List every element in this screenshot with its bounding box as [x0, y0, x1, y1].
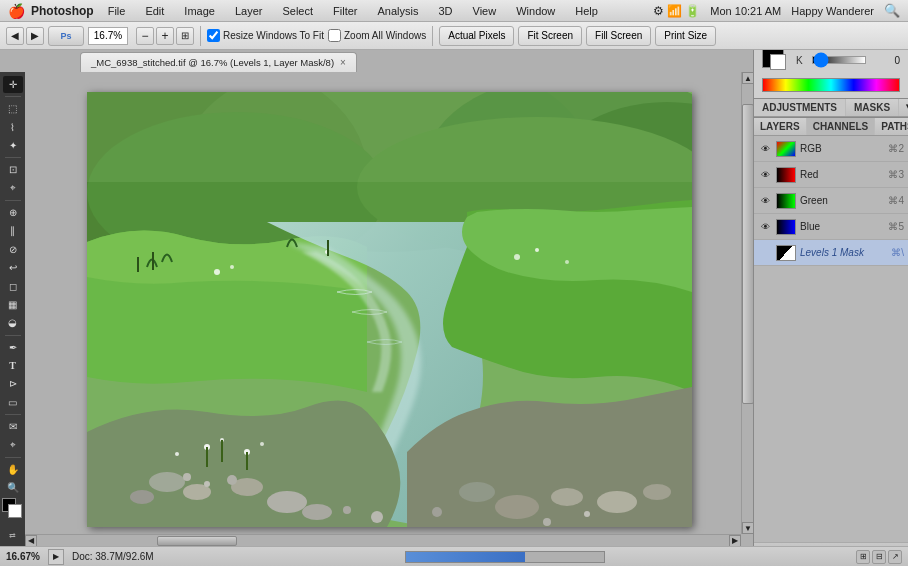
type-tool-btn[interactable]: T — [3, 357, 23, 374]
menu-layer[interactable]: Layer — [231, 3, 267, 19]
status-preview-btn[interactable]: ▶ — [48, 549, 64, 565]
marquee-tool-btn[interactable]: ⬚ — [3, 100, 23, 117]
channel-green[interactable]: 👁 Green ⌘4 — [754, 188, 908, 214]
menu-filter[interactable]: Filter — [329, 3, 361, 19]
zoom-out-btn[interactable]: − — [136, 27, 154, 45]
file-tab-active[interactable]: _MC_6938_stitched.tif @ 16.7% (Levels 1,… — [80, 52, 357, 72]
channel-red-visibility[interactable]: 👁 — [758, 168, 772, 182]
notes-tool-btn[interactable]: ✉ — [3, 418, 23, 435]
svg-point-8 — [214, 269, 220, 275]
vscroll-track[interactable] — [742, 84, 753, 522]
image-canvas — [87, 92, 692, 527]
zoom-input[interactable] — [88, 27, 128, 45]
print-size-btn[interactable]: Print Size — [655, 26, 716, 46]
fit-screen-btn[interactable]: Fit Screen — [518, 26, 582, 46]
zoom-tool-btn[interactable]: 🔍 — [3, 479, 23, 496]
magic-wand-tool-btn[interactable]: ✦ — [3, 137, 23, 154]
tab-paths[interactable]: PATHS — [875, 118, 908, 135]
status-icon-3[interactable]: ↗ — [888, 550, 902, 564]
menu-edit[interactable]: Edit — [141, 3, 168, 19]
history-brush-tool-btn[interactable]: ↩ — [3, 259, 23, 276]
color-spectrum-bar[interactable] — [762, 78, 900, 92]
arrange-btn[interactable]: ⊞ — [176, 27, 194, 45]
svg-point-24 — [495, 495, 539, 519]
svg-point-39 — [260, 442, 264, 446]
hscroll-thumb[interactable] — [157, 536, 237, 546]
search-icon[interactable]: 🔍 — [884, 3, 900, 18]
svg-rect-15 — [152, 252, 154, 270]
move-tool-btn[interactable]: ✛ — [3, 76, 23, 93]
channel-blue-thumb — [776, 219, 796, 235]
zoom-display — [88, 27, 128, 45]
menu-file[interactable]: File — [104, 3, 130, 19]
eyedropper2-tool-btn[interactable]: ⌖ — [3, 436, 23, 453]
background-color-swatch[interactable] — [770, 54, 786, 70]
menu-3d[interactable]: 3D — [434, 3, 456, 19]
clone-stamp-tool-btn[interactable]: ⊘ — [3, 241, 23, 258]
shape-tool-btn[interactable]: ▭ — [3, 394, 23, 411]
status-right-icons: ⊞ ⊟ ↗ — [856, 550, 902, 564]
channel-levels-mask[interactable]: Levels 1 Mask ⌘\ — [754, 240, 908, 266]
status-icon-1[interactable]: ⊞ — [856, 550, 870, 564]
workspace — [25, 72, 753, 546]
layers-tabs: LAYERS CHANNELS PATHS ▼ — [754, 118, 908, 136]
adj-menu-btn[interactable]: ▼ — [899, 99, 908, 116]
hand-tool-btn[interactable]: ✋ — [3, 460, 23, 477]
channel-mask-visibility[interactable] — [758, 246, 772, 260]
dodge-tool-btn[interactable]: ◒ — [3, 314, 23, 331]
menu-image[interactable]: Image — [180, 3, 219, 19]
apple-menu[interactable]: 🍎 — [8, 3, 25, 19]
eraser-tool-btn[interactable]: ◻ — [3, 277, 23, 294]
tab-channels[interactable]: CHANNELS — [807, 118, 876, 135]
menu-select[interactable]: Select — [278, 3, 317, 19]
tab-adjustments[interactable]: ADJUSTMENTS — [754, 99, 846, 116]
pen-tool-btn[interactable]: ✒ — [3, 338, 23, 355]
menu-analysis[interactable]: Analysis — [374, 3, 423, 19]
fill-screen-btn[interactable]: Fill Screen — [586, 26, 651, 46]
brush-tool-btn[interactable]: ∥ — [3, 222, 23, 239]
channel-red[interactable]: 👁 Red ⌘3 — [754, 162, 908, 188]
tab-close-btn[interactable]: × — [340, 57, 346, 68]
tool-separator-2 — [5, 157, 21, 158]
actual-pixels-btn[interactable]: Actual Pixels — [439, 26, 514, 46]
hscroll-track[interactable] — [37, 536, 729, 546]
channel-rgb-visibility[interactable]: 👁 — [758, 142, 772, 156]
zoom-all-checkbox[interactable] — [328, 29, 341, 42]
status-icon-2[interactable]: ⊟ — [872, 550, 886, 564]
channel-green-visibility[interactable]: 👁 — [758, 194, 772, 208]
svg-rect-42 — [221, 440, 223, 462]
hscroll-left-btn[interactable]: ◀ — [25, 535, 37, 547]
eyedropper-tool-btn[interactable]: ⌖ — [3, 180, 23, 197]
menu-items: File Edit Image Layer Select Filter Anal… — [104, 3, 653, 19]
color-k-slider[interactable] — [812, 56, 866, 64]
channel-blue-visibility[interactable]: 👁 — [758, 220, 772, 234]
nav-back-btn[interactable]: ◀ — [6, 27, 24, 45]
gradient-tool-btn[interactable]: ▦ — [3, 296, 23, 313]
path-selection-tool-btn[interactable]: ⊳ — [3, 375, 23, 392]
color-swatches — [2, 498, 24, 526]
color-k-label: K — [796, 55, 806, 66]
progress-bar — [405, 551, 605, 563]
svg-point-34 — [543, 518, 551, 526]
menu-help[interactable]: Help — [571, 3, 602, 19]
resize-windows-checkbox[interactable] — [207, 29, 220, 42]
channel-blue[interactable]: 👁 Blue ⌘5 — [754, 214, 908, 240]
hscroll-right-btn[interactable]: ▶ — [729, 535, 741, 547]
tab-masks[interactable]: MASKS — [846, 99, 899, 116]
nav-forward-btn[interactable]: ▶ — [26, 27, 44, 45]
tool-separator-3 — [5, 200, 21, 201]
svg-point-29 — [204, 481, 210, 487]
lasso-tool-btn[interactable]: ⌇ — [3, 119, 23, 136]
menu-view[interactable]: View — [469, 3, 501, 19]
background-swatch[interactable] — [8, 504, 22, 518]
crop-tool-btn[interactable]: ⊡ — [3, 161, 23, 178]
healing-brush-tool-btn[interactable]: ⊕ — [3, 204, 23, 221]
channel-rgb[interactable]: 👁 RGB ⌘2 — [754, 136, 908, 162]
menu-window[interactable]: Window — [512, 3, 559, 19]
tab-layers[interactable]: LAYERS — [754, 118, 807, 135]
tool-separator-1 — [5, 96, 21, 97]
swap-icon[interactable]: ⇄ — [9, 531, 16, 540]
app-name: Photoshop — [31, 4, 94, 18]
channel-mask-name: Levels 1 Mask — [800, 247, 887, 258]
zoom-in-btn[interactable]: + — [156, 27, 174, 45]
